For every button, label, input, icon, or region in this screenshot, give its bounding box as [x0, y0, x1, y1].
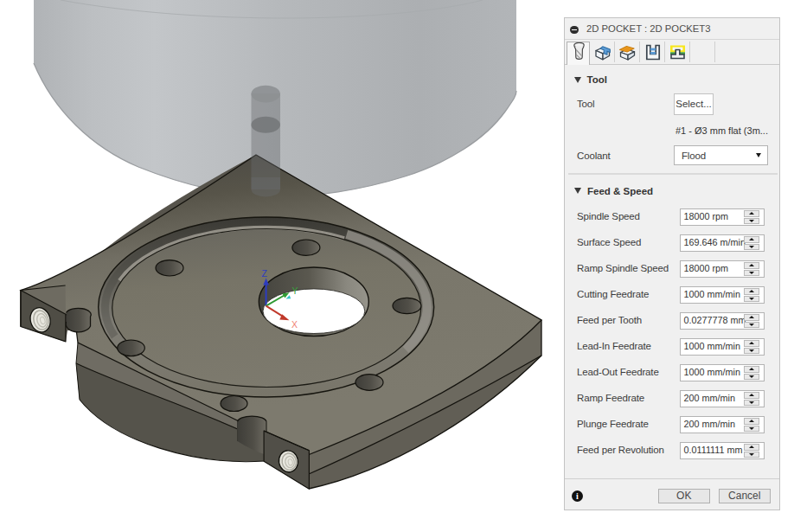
svg-text:Z: Z	[262, 268, 268, 279]
svg-text:X: X	[291, 319, 298, 330]
svg-text:Y: Y	[292, 285, 298, 296]
